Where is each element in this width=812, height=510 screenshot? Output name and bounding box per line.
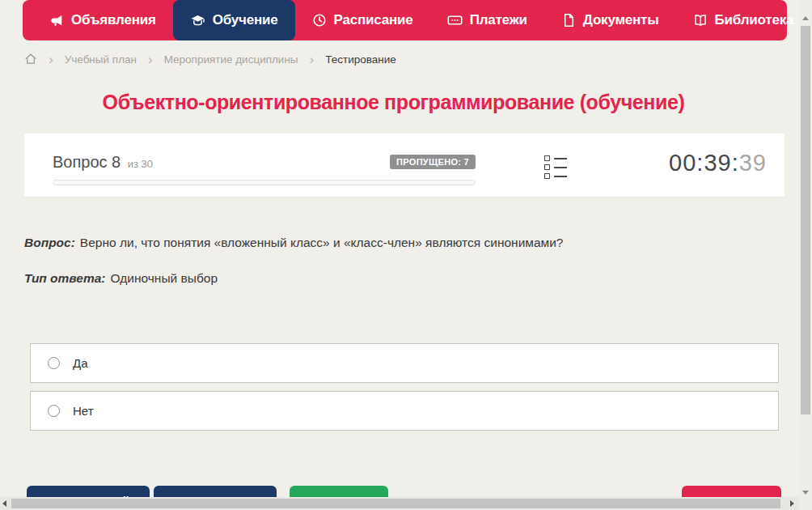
option-label: Да: [73, 356, 88, 370]
scroll-right-arrow-icon[interactable]: [790, 500, 794, 507]
breadcrumb-separator: ›: [310, 53, 315, 66]
horizontal-scrollbar[interactable]: [0, 497, 799, 510]
nav-item-documents[interactable]: Документы: [544, 0, 676, 40]
answer-type: Одиночный выбор: [111, 271, 218, 285]
nav-item-label: Расписание: [334, 12, 413, 28]
radio-button[interactable]: [48, 357, 60, 369]
nav-item-learning[interactable]: Обучение: [173, 0, 295, 40]
question-list-icon[interactable]: [544, 155, 567, 182]
answer-type-prefix: Тип ответа:: [24, 271, 106, 285]
progress-bar: [53, 180, 476, 185]
breadcrumb-link-discipline-event[interactable]: Мероприятие дисциплины: [164, 53, 298, 66]
question-text: Верно ли, что понятия «вложенный класс» …: [80, 236, 564, 249]
graduation-cap-icon: [190, 13, 205, 28]
answer-option-yes[interactable]: Да: [30, 343, 779, 383]
breadcrumb: › Учебный план › Мероприятие дисциплины …: [24, 50, 396, 68]
question-text-row: Вопрос:Верно ли, что понятия «вложенный …: [24, 236, 760, 250]
timer-seconds: 39: [739, 150, 767, 176]
radio-button[interactable]: [48, 405, 60, 417]
question-progress-block: Вопрос 8 из 30 ПРОПУЩЕНО: 7: [53, 153, 476, 185]
page-title: Объектно-ориентированное программировани…: [0, 91, 787, 114]
vertical-scrollbar-thumb[interactable]: [801, 26, 810, 414]
megaphone-icon: [49, 13, 64, 28]
question-total: из 30: [128, 158, 153, 170]
breadcrumb-current: Тестирование: [325, 53, 396, 66]
timer-main: 00:39:: [669, 150, 739, 176]
answer-type-row: Тип ответа:Одиночный выбор: [24, 271, 760, 286]
question-number: Вопрос 8: [53, 153, 121, 171]
question-prefix: Вопрос:: [24, 236, 75, 249]
nav-item-announcements[interactable]: Объявления: [32, 0, 173, 40]
nav-item-label: Библиотека: [715, 12, 794, 28]
scroll-up-arrow-icon[interactable]: [802, 16, 809, 20]
document-icon: [561, 13, 576, 28]
nav-item-label: Документы: [583, 12, 659, 28]
credit-card-icon: [447, 13, 463, 28]
vertical-scrollbar[interactable]: [799, 0, 812, 510]
main-navbar: Объявления Обучение Расписание Платежи Д…: [23, 0, 787, 40]
timer: 00:39:39: [669, 150, 767, 176]
scroll-left-arrow-icon[interactable]: [2, 500, 6, 507]
nav-item-label: Обучение: [213, 12, 278, 28]
nav-item-library[interactable]: Библиотека: [676, 0, 812, 40]
option-label: Нет: [73, 404, 94, 418]
nav-item-payments[interactable]: Платежи: [430, 0, 544, 40]
breadcrumb-separator: ›: [49, 53, 53, 66]
question-counter: Вопрос 8 из 30: [53, 153, 153, 172]
home-icon[interactable]: [24, 53, 37, 66]
question-header-panel: Вопрос 8 из 30 ПРОПУЩЕНО: 7 00:39:39: [24, 134, 785, 197]
nav-item-schedule[interactable]: Расписание: [295, 0, 430, 40]
book-icon: [693, 13, 708, 28]
answer-option-no[interactable]: Нет: [30, 391, 779, 431]
breadcrumb-separator: ›: [148, 53, 153, 66]
skipped-badge: ПРОПУЩЕНО: 7: [390, 155, 476, 169]
nav-item-label: Платежи: [470, 12, 527, 28]
nav-item-label: Объявления: [71, 12, 156, 28]
horizontal-scrollbar-thumb[interactable]: [11, 499, 780, 508]
breadcrumb-link-curriculum[interactable]: Учебный план: [65, 53, 137, 66]
scroll-down-arrow-icon[interactable]: [802, 491, 809, 495]
clock-icon: [312, 13, 327, 28]
